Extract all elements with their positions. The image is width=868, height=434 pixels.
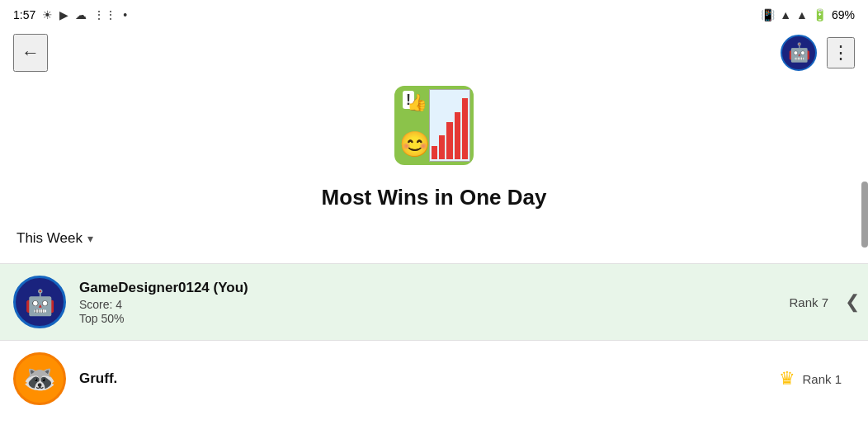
current-user-avatar-icon: 🤖 (25, 288, 55, 317)
back-button[interactable]: ← (13, 34, 48, 72)
crown-icon: ♛ (779, 368, 795, 389)
current-user-info: GameDesigner0124 (You) Score: 4 Top 50% (79, 280, 789, 325)
bar-4 (455, 112, 460, 159)
current-user-rank: Rank 7 (789, 295, 828, 309)
scrollbar[interactable] (861, 182, 868, 248)
filter-label: This Week (17, 230, 83, 247)
game-icon-section: ! 👍 😊 (0, 76, 868, 172)
collapse-button[interactable]: ❮ (837, 281, 868, 323)
user-avatar-header[interactable]: 🤖 (781, 35, 817, 71)
current-user-avatar: 🤖 (13, 276, 66, 328)
current-user-name: GameDesigner0124 (You) (79, 280, 789, 296)
avatar-icon: 🤖 (788, 42, 810, 64)
status-bar: 1:57 ☀ ▶ ☁ ⋮⋮ • 📳 ▲ ▲ 🔋 69% (0, 0, 868, 30)
player-1-info: Gruff. (79, 370, 779, 387)
chart-icon (429, 89, 470, 162)
current-user-score: Score: 4 (79, 298, 789, 311)
cloud-icon: ☁ (75, 8, 87, 21)
bar-5 (462, 98, 468, 159)
thumb-icon: 👍 (407, 92, 427, 112)
current-user-top-percent: Top 50% (79, 312, 789, 325)
leaderboard-list: 🤖 GameDesigner0124 (You) Score: 4 Top 50… (0, 264, 868, 417)
grid-icon: ⋮⋮ (93, 8, 116, 21)
youtube-icon: ▶ (59, 8, 68, 21)
app-bar: ← 🤖 ⋮ (0, 30, 868, 76)
app-bar-actions: 🤖 ⋮ (781, 35, 855, 71)
brightness-icon: ☀ (42, 8, 53, 21)
game-icon: ! 👍 😊 (394, 86, 474, 165)
vibrate-icon: 📳 (761, 8, 775, 21)
battery-percent: 69% (832, 8, 855, 21)
player-1-avatar: 🦝 (13, 352, 66, 405)
current-user-row: 🤖 GameDesigner0124 (You) Score: 4 Top 50… (0, 264, 868, 340)
chevron-down-icon: ▾ (87, 232, 93, 245)
dot-icon: • (123, 8, 127, 21)
wifi-icon: ▲ (780, 8, 791, 21)
player-row-1: 🦝 Gruff. ♛ Rank 1 (0, 340, 868, 417)
battery-icon: 🔋 (813, 8, 827, 21)
smiley-icon: 😊 (399, 130, 430, 158)
player-1-name: Gruff. (79, 370, 779, 387)
filter-row: This Week ▾ (0, 220, 868, 263)
player-1-rank-area: ♛ Rank 1 (779, 368, 842, 389)
signal-icon: ▲ (796, 8, 808, 21)
player-1-rank: Rank 1 (802, 372, 842, 386)
more-options-button[interactable]: ⋮ (827, 37, 855, 68)
bar-1 (432, 146, 437, 159)
bar-3 (446, 122, 452, 159)
page-title: Most Wins in One Day (0, 172, 868, 220)
bar-2 (439, 135, 445, 159)
time-filter-button[interactable]: This Week ▾ (17, 227, 93, 250)
status-time: 1:57 (13, 8, 35, 21)
game-icon-inner: ! 👍 😊 (394, 86, 474, 165)
